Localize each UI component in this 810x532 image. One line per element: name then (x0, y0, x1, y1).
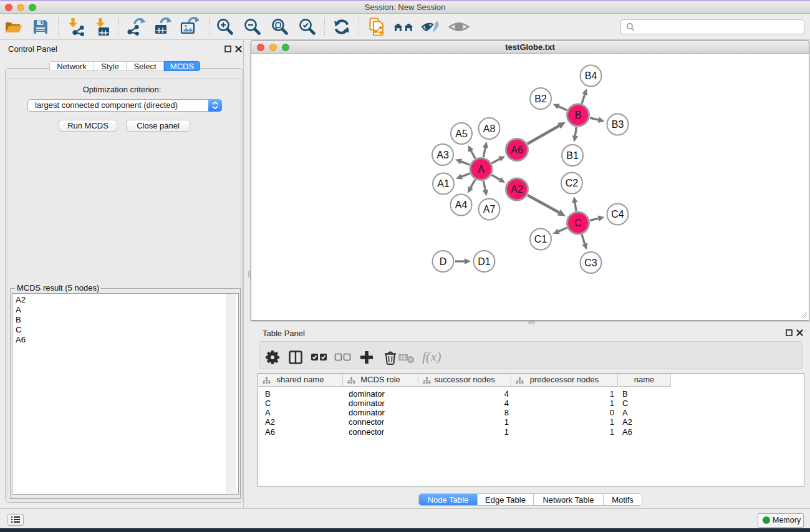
svg-text:B1: B1 (566, 150, 579, 161)
svg-text:A8: A8 (483, 123, 496, 134)
svg-text:A2: A2 (511, 184, 523, 195)
svg-text:B2: B2 (534, 94, 547, 104)
svg-text:C3: C3 (584, 258, 597, 268)
svg-text:C2: C2 (566, 178, 579, 188)
svg-text:B4: B4 (585, 70, 597, 81)
svg-text:A1: A1 (437, 178, 450, 189)
svg-text:D: D (440, 256, 447, 267)
svg-text:A6: A6 (511, 145, 523, 155)
svg-text:C: C (574, 218, 582, 228)
svg-text:B: B (575, 110, 582, 120)
svg-text:A3: A3 (436, 150, 449, 160)
svg-text:D1: D1 (478, 256, 491, 267)
svg-text:A4: A4 (455, 200, 468, 210)
svg-text:C4: C4 (611, 209, 624, 220)
svg-text:B3: B3 (612, 119, 624, 130)
svg-text:C1: C1 (534, 234, 547, 244)
svg-text:A7: A7 (483, 204, 496, 215)
svg-text:A: A (478, 164, 485, 175)
svg-text:A5: A5 (455, 128, 468, 139)
